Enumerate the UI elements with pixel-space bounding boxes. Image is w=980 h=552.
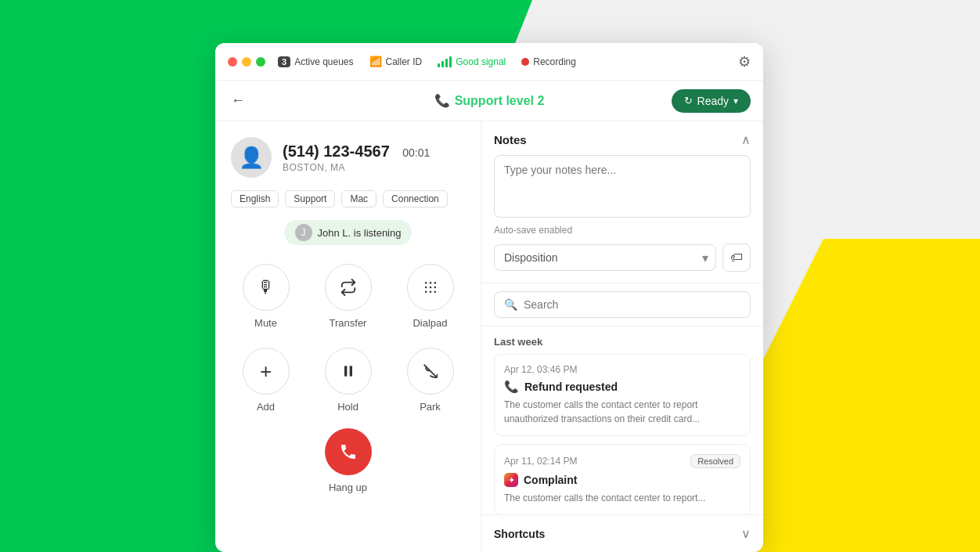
- actions-grid-1: 🎙 Mute Transfer: [231, 264, 465, 329]
- notes-title: Notes: [494, 133, 527, 146]
- history-card-1: Apr 12, 03:46 PM 📞 Refund requested The …: [494, 354, 751, 436]
- search-icon: 🔍: [504, 298, 517, 311]
- autosave-label: Auto-save enabled: [494, 225, 751, 236]
- history-date-1: Apr 12, 03:46 PM: [504, 364, 740, 375]
- history-card-2: Apr 11, 02:14 PM Resolved ✦ Complaint Th…: [494, 444, 751, 514]
- titlebar: 3 Active queues 📶 Caller ID Good signal …: [215, 43, 763, 81]
- shortcuts-section[interactable]: Shortcuts ∨: [481, 514, 763, 552]
- notes-section: Notes ∧ Auto-save enabled Disposition ▾ …: [481, 121, 763, 283]
- search-box: 🔍: [494, 291, 751, 318]
- header-title: 📞 Support level 2: [434, 93, 545, 108]
- tag-english: English: [231, 190, 279, 207]
- recording-item: Recording: [521, 56, 576, 67]
- active-queues-badge: 3: [278, 56, 290, 67]
- transfer-button[interactable]: Transfer: [313, 264, 383, 329]
- history-title-row-1: 📞 Refund requested: [504, 380, 740, 394]
- signal-bars-icon: [438, 56, 452, 67]
- hangup-button[interactable]: [325, 428, 372, 475]
- caller-info: 👤 (514) 123-4567 00:01 BOSTON, MA: [231, 137, 465, 178]
- history-phone-icon: 📞: [504, 380, 519, 394]
- mute-label: Mute: [254, 317, 277, 329]
- svg-point-1: [429, 282, 431, 284]
- history-desc-2: The customer calls the contact center to…: [504, 491, 740, 505]
- park-label: Park: [420, 401, 441, 413]
- hangup-label: Hang up: [329, 482, 367, 493]
- svg-point-6: [424, 291, 427, 294]
- tag-mac: Mac: [341, 190, 377, 207]
- shortcuts-label: Shortcuts: [494, 528, 545, 540]
- svg-rect-10: [349, 366, 351, 376]
- tag-connection: Connection: [383, 190, 448, 207]
- transfer-label: Transfer: [330, 317, 367, 329]
- call-timer: 00:01: [402, 146, 430, 159]
- caller-location: BOSTON, MA: [283, 162, 430, 173]
- actions-grid-2: + Add Hold: [231, 348, 465, 413]
- resolved-badge: Resolved: [690, 454, 740, 468]
- signal-label: Good signal: [456, 56, 506, 67]
- ready-button[interactable]: ↻ Ready ▾: [672, 89, 751, 113]
- hold-label: Hold: [337, 401, 358, 413]
- active-queues-label: Active queues: [294, 56, 353, 67]
- mute-icon: 🎙: [243, 264, 290, 311]
- add-icon: +: [243, 348, 290, 395]
- hangup-section: Hang up: [231, 428, 465, 493]
- close-button[interactable]: [228, 57, 237, 67]
- add-button[interactable]: + Add: [231, 348, 301, 413]
- history-group-label: Last week: [494, 327, 751, 354]
- svg-point-2: [434, 282, 436, 284]
- header: ← 📞 Support level 2 ↻ Ready ▾: [215, 81, 763, 121]
- dialpad-button[interactable]: Dialpad: [395, 264, 465, 329]
- tag-support: Support: [285, 190, 335, 207]
- traffic-lights: [228, 57, 265, 67]
- recording-icon: [521, 58, 529, 66]
- hold-button[interactable]: Hold: [313, 348, 383, 413]
- caller-id-item: 📶 Caller ID: [369, 56, 423, 67]
- history-title-row-2: ✦ Complaint: [504, 473, 740, 487]
- transfer-icon: [325, 264, 372, 311]
- avatar-icon: 👤: [239, 146, 264, 170]
- disposition-wrapper: Disposition ▾: [494, 244, 716, 271]
- phone-icon: 📞: [434, 93, 450, 108]
- avatar: 👤: [231, 137, 272, 178]
- dialpad-label: Dialpad: [413, 317, 447, 329]
- instagram-icon: ✦: [504, 473, 518, 487]
- history-desc-1: The customer calls the contact center to…: [504, 398, 740, 426]
- tag-button[interactable]: 🏷: [722, 244, 751, 272]
- active-queues-item: 3 Active queues: [278, 56, 354, 67]
- listener-avatar: J: [295, 224, 312, 241]
- disposition-select[interactable]: Disposition: [494, 244, 716, 271]
- left-panel: 👤 (514) 123-4567 00:01 BOSTON, MA Englis…: [215, 121, 481, 552]
- minimize-button[interactable]: [242, 57, 251, 67]
- caller-id-label: Caller ID: [386, 56, 423, 67]
- listener-badge: J John L. is listening: [284, 220, 413, 245]
- history-date-2: Apr 11, 02:14 PM Resolved: [504, 454, 740, 468]
- main-content: 👤 (514) 123-4567 00:01 BOSTON, MA Englis…: [215, 121, 763, 552]
- notes-collapse-icon[interactable]: ∧: [741, 132, 751, 147]
- back-button[interactable]: ←: [228, 89, 248, 112]
- listener-label: John L. is listening: [318, 227, 402, 239]
- search-input[interactable]: [524, 298, 740, 311]
- svg-point-8: [434, 291, 436, 294]
- ready-icon: ↻: [684, 95, 693, 106]
- park-button[interactable]: Park: [395, 348, 465, 413]
- add-label: Add: [257, 401, 275, 413]
- fullscreen-button[interactable]: [256, 57, 265, 67]
- notes-textarea[interactable]: [494, 155, 751, 218]
- svg-point-3: [424, 287, 427, 289]
- support-level-title: Support level 2: [455, 94, 545, 108]
- ready-label: Ready: [697, 95, 729, 107]
- svg-point-5: [434, 287, 436, 289]
- settings-icon[interactable]: ⚙: [738, 53, 751, 70]
- caller-tags: English Support Mac Connection: [231, 190, 465, 207]
- ready-chevron-icon: ▾: [733, 96, 738, 106]
- notes-header: Notes ∧: [494, 132, 751, 147]
- right-panel: Notes ∧ Auto-save enabled Disposition ▾ …: [481, 121, 763, 552]
- dialpad-icon: [407, 264, 454, 311]
- history-title-2: Complaint: [524, 474, 577, 486]
- svg-rect-9: [344, 366, 347, 376]
- hold-icon: [325, 348, 372, 395]
- caller-number: (514) 123-4567: [283, 143, 390, 160]
- titlebar-items: 3 Active queues 📶 Caller ID Good signal …: [278, 56, 726, 67]
- mute-button[interactable]: 🎙 Mute: [231, 264, 301, 329]
- app-window: 3 Active queues 📶 Caller ID Good signal …: [215, 43, 763, 552]
